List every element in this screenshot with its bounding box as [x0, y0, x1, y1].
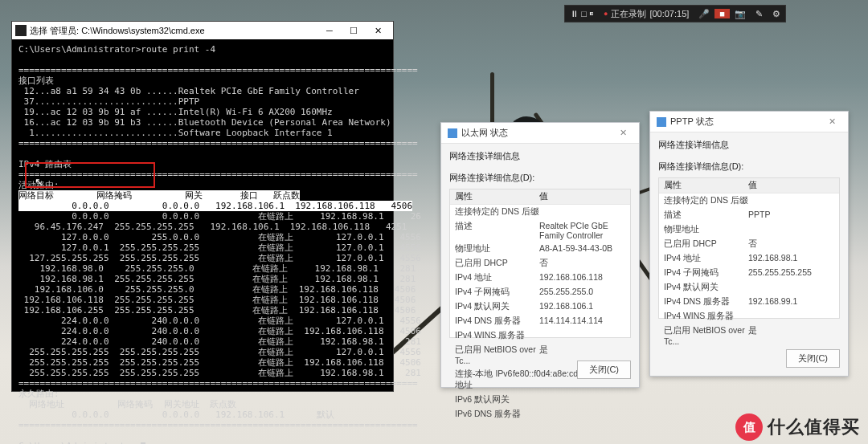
dialog-title: PPTP 状态	[670, 116, 714, 128]
pptp-status-dialog: PPTP 状态 ✕ 网络连接详细信息 网络连接详细信息(D): 属性值 连接特定…	[649, 111, 849, 377]
recording-status: ● 正在录制 [00:07:15]	[599, 8, 694, 20]
record-dot-icon: ●	[604, 10, 608, 18]
list-item: 物理地址A8-A1-59-34-43-0B	[450, 242, 630, 256]
list-item: IPv6 DNS 服务器	[450, 407, 630, 422]
cmd-route-row-selected: 0.0.0.0 0.0.0.0 192.168.106.1 192.168.10…	[18, 201, 412, 211]
smzdm-badge-icon: 值	[735, 413, 763, 441]
list-item: IPv4 默认网关	[659, 280, 839, 295]
list-item: 已启用 NetBIOS over Tc...是	[659, 324, 839, 348]
cmd-output[interactable]: C:\Users\Administrator>route print -4 ==…	[12, 39, 393, 444]
mic-toggle-icon[interactable]: 🎤	[694, 9, 714, 19]
settings-icon[interactable]: ⚙	[768, 9, 785, 19]
smzdm-watermark: 值 什么值得买	[735, 413, 860, 441]
list-item: IPv4 子网掩码255.255.255.0	[450, 285, 630, 299]
list-header: 属性值	[659, 178, 839, 193]
maximize-button[interactable]: ☐	[342, 26, 366, 36]
cmd-column-header-selected: 网络目标 网络掩码 网关 接口 跃点数	[18, 190, 300, 201]
dialog-subtitle: 网络连接详细信息	[650, 132, 848, 156]
dialog-section-head: 网络连接详细信息(D):	[441, 167, 639, 187]
screenshot-icon[interactable]: 📷	[730, 9, 751, 19]
network-details-list[interactable]: 属性值 连接特定的 DNS 后缀 描述Realtek PCIe GbE Fami…	[449, 189, 631, 338]
list-item: IPv6 默认网关	[450, 393, 630, 407]
network-details-list[interactable]: 属性值 连接特定的 DNS 后缀 描述PPTP 物理地址 已启用 DHCP否 I…	[658, 177, 840, 319]
cmd-title: 选择 管理员: C:\Windows\system32\cmd.exe	[30, 25, 205, 37]
close-button[interactable]: 关闭(C)	[786, 349, 840, 368]
list-item: IPv4 地址192.168.106.118	[450, 271, 630, 285]
dialog-title: 以太网 状态	[461, 127, 508, 139]
close-button[interactable]: ✕	[366, 26, 390, 36]
list-item: 描述Realtek PCIe GbE Family Controller	[450, 219, 630, 242]
dialog-titlebar[interactable]: PPTP 状态 ✕	[650, 112, 848, 132]
cmd-titlebar[interactable]: 选择 管理员: C:\Windows\system32\cmd.exe ─ ☐ …	[12, 22, 393, 39]
list-item: 连接特定的 DNS 后缀	[450, 205, 630, 219]
cmd-app-icon	[15, 25, 27, 36]
list-item: 物理地址	[659, 222, 839, 237]
list-item: IPv4 DNS 服务器192.168.99.1	[659, 295, 839, 309]
network-icon	[657, 117, 666, 127]
list-header: 属性值	[450, 189, 630, 205]
cmd-window: 选择 管理员: C:\Windows\system32\cmd.exe ─ ☐ …	[11, 21, 394, 392]
list-item: 已启用 DHCP否	[659, 237, 839, 251]
list-item: IPv4 WINS 服务器	[659, 309, 839, 324]
close-button[interactable]: ✕	[822, 116, 841, 127]
list-item: 描述PPTP	[659, 208, 839, 222]
screen-recorder-toolbar: ⏸ □ ◧ ● 正在录制 [00:07:15] 🎤 ■ 📷 ✎ ⚙	[564, 5, 786, 22]
minimize-button[interactable]: ─	[317, 26, 342, 35]
svg-rect-1	[657, 117, 666, 127]
list-item: IPv4 默认网关192.168.106.1	[450, 299, 630, 314]
smzdm-text: 什么值得买	[768, 415, 860, 439]
stop-record-button[interactable]: ■	[714, 9, 730, 18]
annotate-icon[interactable]: ✎	[751, 9, 768, 19]
recording-timer: [00:07:15]	[649, 9, 689, 18]
dialog-titlebar[interactable]: 以太网 状态 ✕	[441, 123, 639, 144]
list-item: IPv4 地址192.168.98.1	[659, 251, 839, 266]
list-item: IPv4 WINS 服务器	[450, 328, 630, 343]
svg-rect-0	[448, 128, 457, 138]
list-item: IPv4 子网掩码255.255.255.255	[659, 266, 839, 280]
recorder-segment-controls[interactable]: ⏸ □ ◧	[565, 9, 599, 18]
ethernet-status-dialog: 以太网 状态 ✕ 网络连接详细信息 网络连接详细信息(D): 属性值 连接特定的…	[440, 122, 640, 388]
network-icon	[448, 128, 457, 138]
dialog-section-head: 网络连接详细信息(D):	[650, 156, 848, 176]
recording-label: 正在录制	[611, 8, 646, 20]
list-item: 连接特定的 DNS 后缀	[659, 193, 839, 208]
close-button[interactable]: ✕	[613, 128, 633, 138]
close-button[interactable]: 关闭(C)	[577, 360, 631, 379]
dialog-subtitle: 网络连接详细信息	[441, 144, 639, 167]
list-item: IPv4 DNS 服务器114.114.114.114	[450, 314, 630, 328]
list-item: 已启用 DHCP否	[450, 256, 630, 271]
